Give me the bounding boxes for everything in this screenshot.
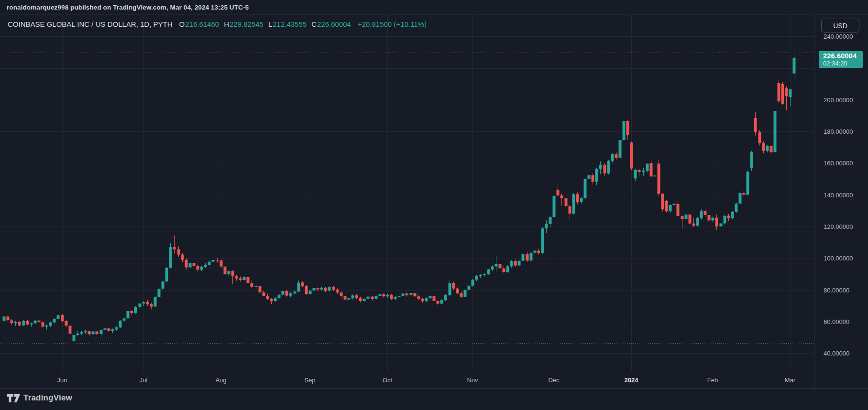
time-axis-label: 2024 [625, 377, 638, 384]
current-price-label: 226.60004 02:34:20 [819, 51, 863, 68]
time-axis-label: Feb [707, 377, 718, 384]
price-scale-label: 40.00000 [824, 350, 849, 357]
time-axis-label: Jul [140, 377, 148, 384]
price-scale-label: 120.00000 [824, 223, 853, 230]
current-price-value: 226.60004 [823, 52, 863, 60]
tradingview-logo[interactable]: TradingView [7, 393, 72, 403]
bar-countdown: 02:34:20 [823, 60, 863, 67]
price-scale-label: 140.00000 [824, 192, 853, 199]
chart-pane[interactable] [0, 14, 814, 372]
tradingview-logo-icon [7, 394, 20, 402]
time-axis-label: Aug [215, 377, 226, 384]
time-scale[interactable]: JunJulAugSepOctNovDec2024FebMar [0, 372, 814, 388]
price-scale[interactable]: 240.00000200.00000180.00000160.00000140.… [814, 14, 868, 388]
price-scale-label: 80.00000 [824, 287, 849, 294]
price-scale-label: 100.00000 [824, 255, 853, 262]
price-scale-label: 60.00000 [824, 318, 849, 325]
price-scale-label: 160.00000 [824, 160, 853, 167]
price-scale-label: 240.00000 [824, 33, 853, 40]
time-axis-label: Nov [467, 377, 478, 384]
attribution-bar: ronaldomarquez998 published on TradingVi… [0, 0, 868, 15]
time-axis-label: Dec [548, 377, 559, 384]
price-scale-label: 180.00000 [824, 128, 853, 135]
time-axis-label: Oct [383, 377, 392, 384]
tradingview-snapshot: ronaldomarquez998 published on TradingVi… [0, 0, 868, 410]
time-axis-label: Sep [304, 377, 315, 384]
time-axis-label: Jun [57, 377, 67, 384]
price-scale-label: 200.00000 [824, 97, 853, 104]
time-axis-label: Mar [785, 377, 795, 384]
tradingview-logo-text: TradingView [23, 393, 72, 403]
attribution-text: ronaldomarquez998 published on TradingVi… [7, 4, 249, 11]
